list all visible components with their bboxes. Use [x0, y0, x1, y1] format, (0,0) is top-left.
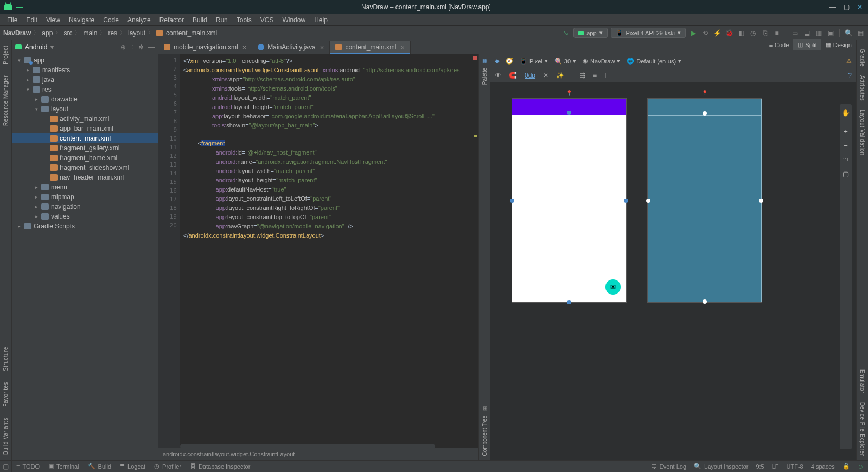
device-selector[interactable]: 📱 Pixel 4 API 29 kski ▾ [611, 28, 686, 38]
tool-resource-manager[interactable]: Resource Manager [3, 75, 9, 126]
menu-analyze[interactable]: Analyze [124, 15, 155, 25]
resize-handle[interactable] [624, 199, 628, 203]
apply-code-icon[interactable]: ⚡ [713, 29, 722, 37]
clear-constraints-icon[interactable]: ✕ [543, 72, 548, 79]
resize-handle[interactable] [567, 111, 571, 115]
tree-node[interactable]: ▾layout [12, 104, 158, 114]
attach-debugger-icon[interactable]: ⎘ [761, 29, 769, 37]
menu-refactor[interactable]: Refactor [156, 15, 188, 25]
select-opened-file-icon[interactable]: ⊕ [120, 43, 126, 51]
view-mode-design[interactable]: ▦ Design [821, 39, 856, 50]
expand-all-icon[interactable]: ÷ [130, 43, 134, 51]
debug-icon[interactable]: 🐞 [725, 29, 733, 37]
profiler-icon[interactable]: ◷ [749, 29, 757, 37]
editor-tab[interactable]: MainActivity.java× [252, 41, 330, 54]
tool-device-file-explorer[interactable]: Device File Explorer [859, 402, 865, 456]
sdk-manager-icon[interactable]: ⬓ [802, 29, 811, 37]
tool-emulator[interactable]: Emulator [859, 369, 865, 393]
search-icon[interactable]: 🔍 [844, 29, 853, 37]
inspection-icon[interactable]: ☺ [858, 463, 864, 470]
zoom-reset-icon[interactable]: ▢ [841, 169, 851, 178]
device-type-selector[interactable]: 📱 Pixel ▾ [520, 58, 548, 65]
line-separator[interactable]: LF [772, 463, 779, 470]
tool-project[interactable]: Project [3, 46, 9, 65]
resize-handle[interactable] [759, 199, 763, 203]
menu-file[interactable]: File [3, 15, 21, 25]
tool-structure[interactable]: Structure [3, 347, 9, 371]
tool-todo[interactable]: ≡ TODO [16, 463, 40, 470]
settings-icon[interactable]: ▦ [856, 29, 865, 37]
resource-manager-icon[interactable]: ▥ [814, 29, 823, 37]
blueprint-surface[interactable]: 📍 [648, 99, 762, 302]
stop-icon[interactable]: ■ [773, 29, 781, 37]
menu-window[interactable]: Window [278, 15, 309, 25]
magnet-icon[interactable]: 🧲 [509, 72, 517, 79]
tree-node[interactable]: fragment_slideshow.xml [12, 163, 158, 173]
coverage-icon[interactable]: ◧ [737, 29, 745, 37]
tool-favorites[interactable]: Favorites [3, 382, 9, 407]
editor-tab[interactable]: content_main.xml× [330, 41, 411, 54]
tree-node[interactable]: ▸values [12, 212, 158, 221]
warning-marker-icon[interactable] [474, 135, 477, 137]
event-log[interactable]: 🗨 Event Log [651, 463, 687, 470]
avd-manager-icon[interactable]: ▭ [790, 29, 799, 37]
caret-position[interactable]: 9:5 [756, 463, 764, 470]
tree-node[interactable]: ▸drawable [12, 94, 158, 104]
tool-terminal[interactable]: ▣ Terminal [48, 463, 79, 470]
gear-icon[interactable]: ✼ [138, 43, 144, 51]
resize-handle[interactable] [703, 299, 707, 304]
menu-edit[interactable]: Edit [22, 15, 41, 25]
breadcrumb-segment[interactable]: NavDraw [3, 29, 31, 37]
menu-build[interactable]: Build [189, 15, 211, 25]
zoom-in-icon[interactable]: + [841, 126, 851, 136]
tree-node[interactable]: ▾res [12, 85, 158, 94]
error-marker-icon[interactable] [473, 56, 477, 60]
run-module-selector[interactable]: app ▾ [573, 28, 607, 38]
zoom-fit-button[interactable]: 1:1 [841, 155, 851, 164]
menu-help[interactable]: Help [310, 15, 331, 25]
hide-panel-icon[interactable]: — [148, 43, 155, 51]
tool-build[interactable]: 🔨 Build [88, 463, 111, 470]
window-close-icon[interactable]: ✕ [857, 3, 863, 11]
guidelines-icon[interactable]: Ⅰ [604, 72, 607, 79]
tree-node[interactable]: content_main.xml [12, 133, 158, 143]
editor-breadcrumb[interactable]: androidx.constraintlayout.widget.Constra… [158, 448, 478, 460]
close-tab-icon[interactable]: × [320, 43, 324, 52]
read-only-icon[interactable]: 🔓 [843, 463, 850, 470]
locale-selector[interactable]: 🌐 Default (en-us) ▾ [627, 58, 681, 65]
menu-view[interactable]: View [42, 15, 64, 25]
project-view-selector[interactable]: Android [25, 43, 47, 51]
api-selector[interactable]: 🍭 30 ▾ [554, 58, 576, 65]
tree-node[interactable]: ▸manifests [12, 65, 158, 75]
apply-changes-icon[interactable]: ⟲ [701, 29, 710, 37]
project-tree[interactable]: ▾app▸manifests▸java▾res▸drawable▾layouta… [12, 54, 158, 460]
design-surface[interactable]: 📍 ✉ [512, 99, 626, 302]
resize-handle[interactable] [567, 300, 571, 304]
breadcrumb-segment[interactable]: content_main.xml [166, 29, 217, 37]
pan-icon[interactable]: ✋ [841, 107, 851, 117]
tool-logcat[interactable]: ≣ Logcat [120, 463, 145, 470]
code-editor[interactable]: <?xml version="1.0" encoding="utf-8"?> <… [180, 54, 478, 448]
component-tree-tab[interactable]: Component Tree [482, 416, 488, 456]
tree-node[interactable]: ▸mipmap [12, 192, 158, 202]
tree-node[interactable]: ▾app [12, 55, 158, 65]
view-mode-code[interactable]: ≡ Code [765, 39, 794, 50]
breadcrumb-segment[interactable]: res [108, 29, 117, 37]
tree-node[interactable]: nav_header_main.xml [12, 173, 158, 182]
palette-icon[interactable]: ▦ [482, 58, 487, 63]
align-icon[interactable]: ≡ [593, 72, 597, 79]
breadcrumb-segment[interactable]: app [42, 29, 53, 37]
tree-node[interactable]: ▸navigation [12, 202, 158, 212]
menu-navigate[interactable]: Navigate [65, 15, 98, 25]
tree-node[interactable]: ▸menu [12, 182, 158, 192]
tree-node[interactable]: activity_main.xml [12, 114, 158, 124]
component-tree-icon[interactable]: ⊞ [483, 405, 487, 411]
horizontal-scrollbar[interactable] [180, 444, 435, 449]
view-mode-split[interactable]: ◫ Split [793, 39, 821, 50]
tree-node[interactable]: ▸Gradle Scripts [12, 221, 158, 231]
breadcrumb-segment[interactable]: main [83, 29, 97, 37]
surface-selector[interactable]: ◆ [495, 58, 499, 65]
breadcrumb-segment[interactable]: layout [128, 29, 145, 37]
theme-selector[interactable]: ◉ NavDraw ▾ [583, 58, 620, 65]
zoom-out-icon[interactable]: − [841, 141, 851, 150]
